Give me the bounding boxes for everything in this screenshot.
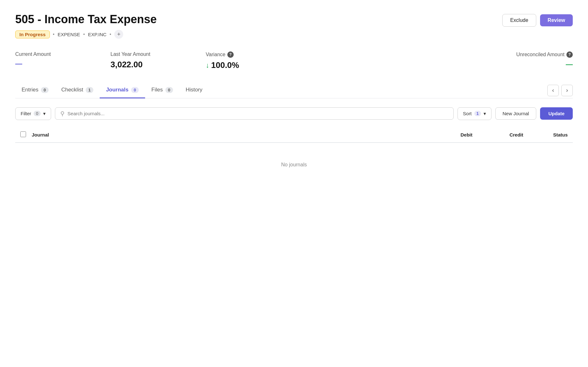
tab-journals[interactable]: Journals 0 — [100, 83, 145, 98]
update-button[interactable]: Update — [540, 107, 573, 120]
unreconciled-label: Unreconciled Amount ? — [503, 51, 573, 58]
tag-expense: EXPENSE — [57, 32, 80, 37]
tab-entries[interactable]: Entries 0 — [15, 83, 55, 98]
tab-entries-label: Entries — [22, 87, 38, 93]
empty-state-message: No journals — [15, 143, 573, 187]
metrics-row: Current Amount — Last Year Amount 3,022.… — [15, 51, 573, 70]
col-header-journal: Journal — [32, 132, 422, 137]
new-journal-button[interactable]: New Journal — [495, 107, 536, 120]
tab-prev-button[interactable]: ‹ — [547, 85, 559, 96]
filter-button[interactable]: Filter 0 ▾ — [15, 107, 51, 120]
header-actions: Exclude Review — [502, 14, 573, 27]
toolbar-row: Filter 0 ▾ ⚲ Sort 1 ▾ New Journal Update — [15, 107, 573, 120]
tag-separator-1: • — [53, 32, 55, 37]
tab-history-label: History — [186, 87, 203, 93]
sort-button[interactable]: Sort 1 ▾ — [458, 107, 491, 120]
tag-expinc: EXP.INC — [88, 32, 106, 37]
unreconciled-info-icon: ? — [566, 51, 573, 58]
variance-value: ↓ 100.0% — [206, 60, 276, 70]
tab-journals-count: 0 — [131, 87, 139, 93]
variance-arrow-icon: ↓ — [206, 61, 209, 70]
tab-files[interactable]: Files 0 — [145, 83, 179, 98]
tag-separator-2: • — [83, 32, 85, 37]
exclude-button[interactable]: Exclude — [502, 14, 536, 27]
add-tag-button[interactable]: + — [114, 30, 123, 39]
filter-chevron-icon: ▾ — [43, 111, 46, 117]
tab-navigation: ‹ › — [547, 85, 573, 96]
current-amount-metric: Current Amount — — [15, 51, 85, 68]
status-badge: In Progress — [15, 30, 50, 38]
sort-count: 1 — [474, 111, 481, 116]
tab-history[interactable]: History — [179, 83, 209, 98]
select-all-checkbox[interactable] — [20, 131, 26, 137]
tab-entries-count: 0 — [41, 87, 49, 93]
col-header-debit: Debit — [422, 132, 472, 137]
filter-label: Filter — [21, 111, 31, 116]
tab-files-count: 0 — [165, 87, 173, 93]
review-button[interactable]: Review — [540, 14, 573, 26]
filter-count: 0 — [34, 111, 40, 116]
variance-metric: Variance ? ↓ 100.0% — [206, 51, 276, 70]
last-year-value: 3,022.00 — [110, 60, 180, 70]
tabs-row: Entries 0 Checklist 1 Journals 0 Files 0… — [15, 83, 573, 98]
page-title: 505 - Income Tax Expense — [15, 13, 157, 26]
search-icon: ⚲ — [60, 110, 64, 117]
tab-files-label: Files — [151, 87, 163, 93]
sort-label: Sort — [463, 111, 472, 116]
tag-separator-3: • — [110, 32, 111, 37]
tab-checklist-count: 1 — [86, 87, 93, 93]
select-all-checkbox-wrapper — [20, 131, 32, 138]
current-amount-label: Current Amount — [15, 51, 85, 57]
sort-chevron-icon: ▾ — [484, 111, 486, 117]
col-header-status: Status — [523, 132, 568, 137]
tab-checklist[interactable]: Checklist 1 — [55, 83, 100, 98]
tab-next-button[interactable]: › — [561, 85, 573, 96]
tab-checklist-label: Checklist — [61, 87, 83, 93]
variance-info-icon: ? — [227, 51, 234, 58]
unreconciled-metric: Unreconciled Amount ? — — [503, 51, 573, 69]
tab-journals-label: Journals — [106, 87, 129, 93]
search-input[interactable] — [68, 108, 448, 119]
current-amount-value: — — [15, 60, 85, 68]
variance-label: Variance ? — [206, 51, 276, 58]
last-year-label: Last Year Amount — [110, 51, 180, 57]
journals-table: Journal Debit Credit Status No journals — [15, 128, 573, 187]
page-header: 505 - Income Tax Expense Exclude Review — [15, 13, 573, 27]
search-wrapper: ⚲ — [55, 107, 454, 120]
col-header-credit: Credit — [472, 132, 523, 137]
unreconciled-value: — — [503, 60, 573, 69]
table-header: Journal Debit Credit Status — [15, 128, 573, 143]
last-year-metric: Last Year Amount 3,022.00 — [110, 51, 180, 70]
tags-row: In Progress • EXPENSE • EXP.INC • + — [15, 30, 573, 39]
